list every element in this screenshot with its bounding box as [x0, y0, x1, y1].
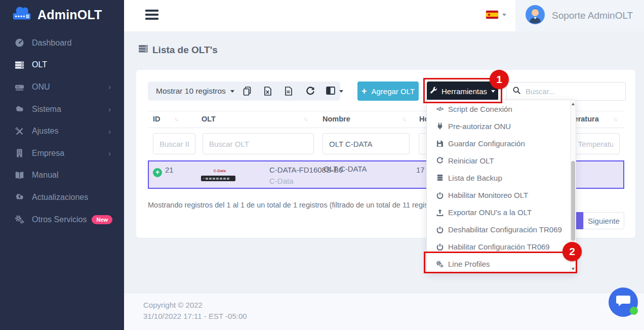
save-icon [435, 140, 444, 147]
cloud-router-icon [11, 6, 33, 24]
table-toolbar: Mostrar 10 registros [148, 81, 340, 101]
sort-icon[interactable]: ↑↓ [613, 116, 617, 122]
sort-icon[interactable]: ↑↓ [304, 116, 307, 122]
language-selector[interactable] [486, 11, 506, 19]
menu-item-lista-backup[interactable]: Lista de Backup [427, 169, 576, 186]
column-header-olt[interactable]: OLT [202, 115, 216, 123]
sidebar-item-label: Dashboard [32, 38, 71, 48]
brand-logo[interactable]: AdminOLT [11, 6, 102, 24]
sidebar-item-label: Manual [32, 171, 58, 180]
gears-icon [14, 215, 25, 224]
sidebar-item-dashboard[interactable]: Dashboard [0, 32, 124, 54]
menu-item-script-conexion[interactable]: </> Script de Conexión [427, 100, 576, 117]
chevron-down-icon [339, 90, 343, 93]
upload-icon [435, 209, 444, 216]
dashboard-icon [14, 38, 25, 48]
table-search [506, 82, 626, 101]
scroll-up-icon[interactable] [572, 103, 575, 105]
chevron-down-icon [502, 14, 506, 16]
sidebar-item-otros-servicios[interactable]: Otros Servicios New [0, 209, 124, 231]
cloud-icon [14, 104, 25, 114]
menu-item-deshabilitar-tr069[interactable]: Deshabilitar Configuración TR069 [427, 221, 576, 238]
chevron-down-icon [230, 90, 234, 93]
column-header-nombre[interactable]: Nombre [323, 115, 350, 123]
hamburger-menu-icon[interactable] [145, 10, 158, 21]
cell-id: 21 [165, 166, 174, 174]
sidebar-nav: Dashboard OLT ONU › Sistema › [0, 32, 124, 230]
sidebar-item-ajustes[interactable]: Ajustes › [0, 120, 124, 142]
search-input[interactable] [526, 87, 612, 96]
pagination-next-button[interactable]: Siguiente [583, 212, 624, 229]
cell-olt-vendor: C-Data [269, 177, 294, 185]
column-header-id[interactable]: ID [153, 115, 160, 123]
sidebar-item-actualizaciones[interactable]: Actualizaciones [0, 186, 124, 209]
sidebar-item-label: Otros Servicios [32, 215, 87, 224]
plus-icon: + [361, 86, 367, 97]
footer: Copyright © 2022 31/10/2022 17:11 - EST … [124, 293, 644, 330]
plug-icon [435, 122, 444, 130]
filter-nombre-input[interactable] [323, 133, 410, 154]
modem-icon [14, 82, 25, 92]
tools-button[interactable]: Herramientas [427, 81, 498, 101]
sidebar-item-label: Ajustes [32, 127, 58, 136]
power-icon [435, 226, 444, 233]
annotation-badge-1: 1 [490, 70, 509, 89]
sort-icon[interactable]: ↑↓ [174, 116, 178, 122]
scroll-down-icon[interactable] [572, 268, 575, 270]
sidebar-item-manual[interactable]: Manual [0, 164, 124, 187]
power-icon [435, 243, 444, 251]
server-icon [14, 60, 25, 70]
menu-item-exportar-onus[interactable]: Exportar ONU's a la OLT [427, 204, 576, 221]
refresh-icon[interactable] [306, 87, 315, 96]
menu-item-preautorizar-onu[interactable]: Pre-autorizar ONU [427, 117, 576, 135]
page-title: Lista de OLT's [138, 44, 218, 56]
chevron-right-icon: › [108, 82, 111, 91]
excel-export-icon[interactable] [264, 87, 273, 96]
new-badge: New [92, 215, 112, 224]
expand-row-icon[interactable]: + [153, 168, 162, 177]
copyright-text: Copyright © 2022 [143, 301, 203, 309]
cloud-upload-icon [14, 192, 25, 202]
sidebar-item-label: Actualizaciones [32, 193, 88, 202]
annotation-badge-2: 2 [562, 242, 582, 261]
filter-id-input[interactable] [153, 133, 195, 154]
sidebar-item-label: ONU [32, 82, 50, 92]
page-title-text: Lista de OLT's [152, 45, 218, 56]
sidebar-item-onu[interactable]: ONU › [0, 76, 124, 98]
sidebar: AdminOLT Dashboard OLT ONU › [0, 0, 124, 330]
menu-item-guardar-configuracion[interactable]: Guardar Configuración [427, 135, 576, 152]
add-olt-button[interactable]: + Agregar OLT [357, 81, 419, 101]
menu-item-habilitar-monitoreo[interactable]: Habilitar Monitoreo OLT [427, 186, 576, 203]
building-icon [14, 148, 25, 158]
cell-host: 17 [416, 166, 425, 174]
chevron-right-icon: › [108, 149, 111, 157]
show-entries-select[interactable]: Mostrar 10 registros [156, 81, 234, 101]
spain-flag-icon [486, 11, 498, 19]
filter-olt-input[interactable] [203, 133, 314, 154]
power-icon [435, 192, 444, 199]
chevron-right-icon: › [108, 105, 111, 113]
online-status-dot [630, 307, 638, 315]
menu-item-line-profiles[interactable]: Line Profiles [427, 256, 576, 273]
menu-item-reiniciar-olt[interactable]: Reiniciar OLT [427, 152, 576, 169]
code-icon: </> [435, 106, 444, 112]
file-export-icon[interactable] [285, 87, 294, 96]
sidebar-item-label: OLT [32, 60, 47, 69]
user-menu[interactable]: Soporte AdminOLT [515, 0, 644, 31]
menu-item-habilitar-tr069[interactable]: Habilitar Configuración TR069 [427, 238, 576, 256]
sidebar-item-sistema[interactable]: Sistema › [0, 98, 124, 120]
adminolt-app: AdminOLT Dashboard OLT ONU › [0, 0, 644, 330]
chevron-down-icon [491, 90, 495, 93]
device-brand-text: C-Data [212, 169, 226, 173]
sidebar-item-empresa[interactable]: Empresa › [0, 142, 124, 164]
sort-icon[interactable]: ↑↓ [402, 116, 406, 122]
brand-name: AdminOLT [37, 8, 102, 22]
columns-icon[interactable] [326, 87, 335, 96]
tools-icon [14, 127, 25, 136]
refresh-icon [435, 157, 444, 164]
scrollbar-thumb[interactable] [571, 161, 575, 241]
chat-bubble-icon [616, 295, 631, 310]
copy-icon[interactable] [243, 87, 252, 96]
sidebar-item-olt[interactable]: OLT [0, 54, 124, 76]
database-icon [435, 174, 444, 181]
